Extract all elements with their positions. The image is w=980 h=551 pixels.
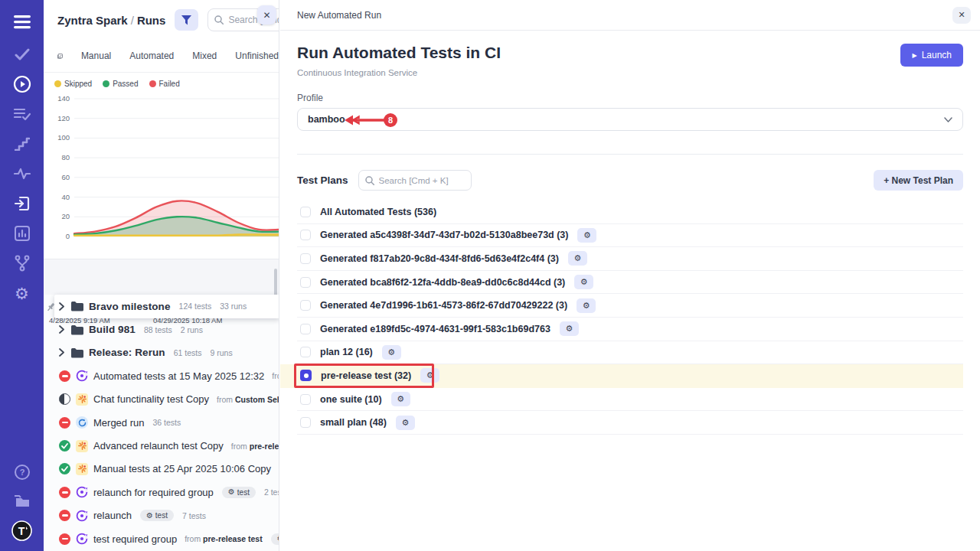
- checkbox-unchecked[interactable]: [300, 230, 311, 240]
- plan-settings-button[interactable]: ⚙: [577, 228, 596, 243]
- half-complete-status-icon: [59, 393, 70, 405]
- list-check-icon[interactable]: [0, 99, 44, 129]
- checkbox-unchecked[interactable]: [300, 417, 311, 428]
- chevron-right-icon[interactable]: [59, 325, 64, 334]
- plan-settings-button[interactable]: ⚙: [574, 275, 593, 289]
- run-row[interactable]: test required group from pre-release tes…: [44, 527, 279, 550]
- checkbox-unchecked[interactable]: [300, 394, 311, 405]
- plan-settings-button[interactable]: ⚙: [568, 251, 587, 266]
- sparkle-icon: [76, 393, 88, 406]
- runs-tab[interactable]: Mixed: [192, 51, 217, 61]
- profile-select[interactable]: bamboo 8: [297, 108, 963, 131]
- run-row[interactable]: Merged run 36 tests: [44, 411, 279, 434]
- test-plan-label: Generated bca8f6f2-12fa-4ddb-8ea9-dd0c6c…: [320, 277, 565, 288]
- test-plans-search-box[interactable]: [358, 170, 472, 191]
- logo-t[interactable]: T: [0, 516, 44, 545]
- test-plans-search-input[interactable]: [379, 176, 465, 185]
- gear-icon[interactable]: ⚙: [0, 279, 44, 308]
- git-branch-icon[interactable]: [0, 249, 44, 278]
- panel-topbar: New Automated Run ✕: [280, 0, 980, 31]
- run-row[interactable]: Chat functinality test Copy from Custom …: [44, 388, 279, 411]
- runs-tab[interactable]: Unfinished: [235, 51, 279, 61]
- run-row[interactable]: relaunch ⚙test 7 tests: [44, 504, 279, 527]
- test-plan-row[interactable]: plan 12 (16) ⚙: [297, 341, 963, 365]
- automation-run-icon: [76, 510, 88, 522]
- run-name: Advanced relaunch test Copy: [93, 440, 224, 452]
- run-row[interactable]: Manual tests at 25 Apr 2025 10:06 Copy f…: [44, 458, 279, 481]
- runs-panel-close-button[interactable]: ✕: [257, 5, 276, 24]
- chevron-right-icon[interactable]: [59, 302, 64, 311]
- run-meta: 9 runs: [210, 348, 232, 357]
- launch-button[interactable]: ▶Launch: [900, 44, 963, 67]
- checkbox-checked[interactable]: [300, 370, 312, 381]
- checkbox-unchecked[interactable]: [300, 300, 311, 311]
- passed-status-icon: [59, 463, 70, 474]
- test-plan-row[interactable]: Generated bca8f6f2-12fa-4ddb-8ea9-dd0c6c…: [297, 271, 963, 295]
- runs-list: Bravo milestone 124 tests 33 runs: [44, 295, 279, 551]
- plan-settings-button[interactable]: ⚙: [420, 368, 439, 383]
- run-meta: 2 tests: [264, 487, 279, 497]
- test-badge: ⚙test: [222, 487, 256, 498]
- test-plan-row[interactable]: All Automated Tests (536): [297, 201, 963, 224]
- svg-text:120: 120: [57, 114, 70, 122]
- bar-chart-icon[interactable]: [0, 219, 44, 248]
- run-row[interactable]: Automated tests at 15 May 2025 12:32 fro…: [44, 364, 279, 387]
- breadcrumb-page: Runs: [137, 14, 166, 27]
- test-plan-row[interactable]: Generated e189fd5c-4974-4631-99f1-583c1b…: [297, 318, 963, 341]
- sparkle-icon: [76, 463, 88, 475]
- gear-icon: ⚙: [228, 488, 235, 496]
- checkbox-unchecked[interactable]: [300, 347, 311, 357]
- run-row[interactable]: Build 981 88 tests 2 runs: [44, 318, 279, 341]
- new-test-plan-button[interactable]: + New Test Plan: [874, 170, 963, 191]
- exit-box-icon[interactable]: [0, 189, 44, 218]
- runs-tab[interactable]: Manual: [81, 51, 111, 61]
- run-from: from Pla: [279, 465, 279, 474]
- failed-status-icon: [59, 533, 70, 545]
- activity-icon[interactable]: [0, 159, 44, 188]
- checkbox-unchecked[interactable]: [300, 324, 311, 334]
- test-plan-row[interactable]: Generated 4e7d1996-1b61-4573-86f2-67dd70…: [297, 294, 963, 318]
- checkbox-unchecked[interactable]: [300, 253, 311, 264]
- test-plan-row[interactable]: one suite (10) ⚙: [297, 388, 963, 412]
- folders-icon[interactable]: [0, 487, 44, 516]
- plan-settings-button[interactable]: ⚙: [396, 416, 415, 430]
- folder-icon: [70, 301, 83, 311]
- checkbox-unchecked[interactable]: [300, 277, 311, 288]
- plan-settings-button[interactable]: ⚙: [382, 345, 401, 360]
- search-icon: [214, 15, 224, 24]
- failed-status-icon: [59, 417, 70, 429]
- select-runs-icon[interactable]: [57, 50, 63, 63]
- legend-item: Skipped: [54, 80, 92, 88]
- runs-tabs: Manual Automated Mixed Unfinished: [44, 40, 279, 73]
- check-icon[interactable]: [0, 40, 44, 69]
- run-name: relaunch: [93, 510, 132, 521]
- panel-close-button[interactable]: ✕: [952, 7, 971, 24]
- chevron-right-icon[interactable]: [59, 348, 64, 357]
- run-row[interactable]: Bravo milestone 124 tests 33 runs: [44, 295, 279, 318]
- new-automated-run-panel: New Automated Run ✕ Run Automated Tests …: [280, 0, 980, 551]
- breadcrumb-app: Zyntra Spark: [57, 14, 128, 27]
- run-name: Chat functinality test Copy: [93, 393, 209, 405]
- checkbox-unchecked[interactable]: [300, 207, 311, 217]
- runs-panel-header: Zyntra Spark/Runs ✕: [44, 0, 279, 40]
- plan-settings-button[interactable]: ⚙: [391, 392, 410, 406]
- filter-button[interactable]: [175, 9, 198, 31]
- test-plan-row[interactable]: Generated a5c4398f-34d7-43d7-b02d-5130a8…: [297, 224, 963, 248]
- run-row[interactable]: Release: Rerun 61 tests 9 runs: [44, 341, 279, 364]
- hamburger-menu-icon[interactable]: [0, 8, 44, 37]
- test-plan-row[interactable]: small plan (48) ⚙: [297, 411, 963, 435]
- runs-tab[interactable]: Automated: [129, 51, 174, 61]
- plan-settings-button[interactable]: ⚙: [577, 298, 596, 313]
- plan-settings-button[interactable]: ⚙: [560, 321, 579, 336]
- run-row[interactable]: Advanced relaunch test Copy from pre-rel…: [44, 434, 279, 457]
- chevron-down-icon: [944, 117, 952, 122]
- help-icon[interactable]: ?: [0, 458, 44, 487]
- play-circle-icon[interactable]: [0, 70, 44, 99]
- run-row[interactable]: relaunch for required group ⚙test 2 test…: [44, 481, 279, 504]
- chart-legend: Skipped Passed Failed: [44, 73, 279, 88]
- steps-icon[interactable]: [0, 129, 44, 158]
- svg-text:40: 40: [61, 193, 70, 201]
- test-plan-row[interactable]: pre-release test (32) ⚙: [280, 364, 963, 388]
- test-plan-row[interactable]: Generated f817ab20-9c8d-434f-8fd6-5d63e4…: [297, 247, 963, 271]
- svg-text:60: 60: [61, 173, 70, 181]
